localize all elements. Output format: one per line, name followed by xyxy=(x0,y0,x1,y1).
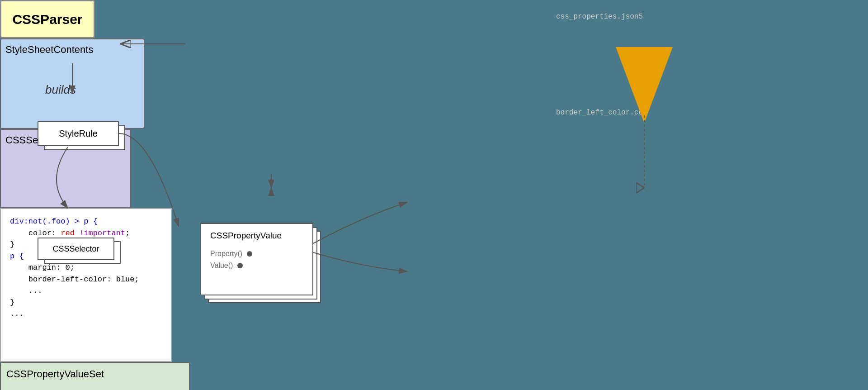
border-left-color-file-label: border_left_color.cc xyxy=(556,109,643,117)
css-selector-label: CSSSelector xyxy=(52,244,99,254)
property-method-label: Property() xyxy=(210,250,242,258)
style-rule-label: StyleRule xyxy=(59,128,98,139)
property-dot xyxy=(247,251,252,257)
css-selector-box: CSSSelector xyxy=(38,238,114,260)
code-line-7: ... xyxy=(10,285,162,297)
code-line-9: ... xyxy=(10,308,162,320)
css-prop-val-box: CSSPropertyValue Property() Value() xyxy=(200,223,313,295)
css-property-value-set-label: CSSPropertyValueSet xyxy=(6,368,184,380)
css-parser-label: CSSParser xyxy=(12,12,82,27)
code-line-8: } xyxy=(10,297,162,309)
stylesheet-contents-label: StyleSheetContents xyxy=(5,44,139,56)
value-method-row: Value() xyxy=(210,262,303,270)
property-method-row: Property() xyxy=(210,250,303,258)
builds-label: builds xyxy=(45,83,76,97)
value-dot xyxy=(237,263,243,268)
code-box: div:not(.foo) > p { color: red !importan… xyxy=(0,208,172,362)
css-parser-box: CSSParser xyxy=(0,0,95,38)
code-line-6: border-left-color: blue; xyxy=(10,274,162,285)
code-line-1: div:not(.foo) > p { xyxy=(10,216,162,228)
css-properties-file-label: css_properties.json5 xyxy=(556,13,643,21)
value-method-label: Value() xyxy=(210,262,233,270)
css-prop-val-title: CSSPropertyValue xyxy=(210,231,303,241)
style-rule-box: StyleRule xyxy=(38,121,119,146)
diagram-container: CSSParser builds StyleSheetContents Styl… xyxy=(0,0,868,390)
css-property-value-set-box: CSSPropertyValueSet xyxy=(0,362,190,390)
